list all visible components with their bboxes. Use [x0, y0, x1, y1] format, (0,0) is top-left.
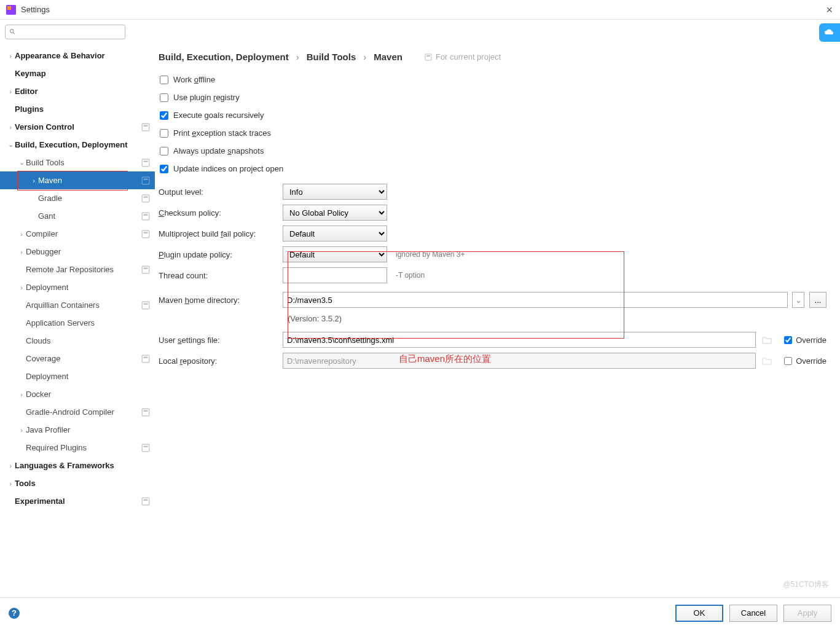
- maven-home-label: Maven home directory:: [159, 296, 283, 305]
- user-settings-override[interactable]: Override: [784, 336, 826, 345]
- local-repo-input[interactable]: [283, 353, 756, 369]
- svg-rect-25: [144, 499, 148, 500]
- svg-rect-15: [144, 267, 148, 269]
- tree-item-tools[interactable]: ›Tools: [0, 474, 155, 492]
- local-repo-override[interactable]: Override: [784, 356, 826, 366]
- tree-item-label: Compiler: [26, 229, 141, 238]
- chevron-icon: ›: [17, 284, 26, 291]
- tree-item-label: Remote Jar Repositories: [26, 265, 141, 274]
- apply-button[interactable]: Apply: [783, 605, 831, 622]
- tree-item-maven[interactable]: ›Maven: [0, 171, 155, 189]
- plugin-update-select[interactable]: Default: [283, 246, 387, 262]
- breadcrumb-item[interactable]: Build, Execution, Deployment: [159, 52, 289, 62]
- tree-item-label: Deployment: [26, 372, 150, 381]
- project-badge-icon: [141, 230, 150, 238]
- settings-tree: ›Appearance & BehaviorKeymap›EditorPlugi…: [0, 44, 155, 597]
- update-indices-check[interactable]: Update indices on project open: [160, 160, 826, 178]
- project-icon: [425, 53, 432, 61]
- watermark: @51CTO博客: [783, 579, 829, 590]
- tree-item-label: Docker: [26, 390, 150, 399]
- chevron-right-icon: ›: [363, 52, 366, 62]
- cancel-button[interactable]: Cancel: [729, 605, 777, 622]
- tree-item-appearance-behavior[interactable]: ›Appearance & Behavior: [0, 47, 155, 65]
- tree-item-application-servers[interactable]: Application Servers: [0, 314, 155, 332]
- project-badge-icon: [141, 444, 150, 452]
- tree-item-java-profiler[interactable]: ›Java Profiler: [0, 421, 155, 439]
- tree-item-keymap[interactable]: Keymap: [0, 65, 155, 82]
- breadcrumb-item[interactable]: Build Tools: [307, 52, 356, 62]
- help-icon[interactable]: ?: [9, 608, 20, 619]
- search-input[interactable]: [18, 28, 121, 36]
- tree-item-languages-frameworks[interactable]: ›Languages & Frameworks: [0, 457, 155, 474]
- dropdown-icon[interactable]: ⌄: [792, 292, 804, 308]
- tree-item-gradle[interactable]: Gradle: [0, 189, 155, 207]
- print-exception-check[interactable]: Print exception stack traces: [160, 124, 826, 142]
- tree-item-label: Plugins: [15, 104, 150, 114]
- project-badge-icon: [141, 123, 150, 131]
- tree-item-build-tools[interactable]: ⌄Build Tools: [0, 154, 155, 171]
- breadcrumb-item[interactable]: Maven: [374, 52, 402, 62]
- svg-rect-14: [142, 266, 149, 273]
- tree-item-arquillian-containers[interactable]: Arquillian Containers: [0, 296, 155, 314]
- tree-item-editor[interactable]: ›Editor: [0, 82, 155, 100]
- thread-count-label: Thread count:: [159, 271, 283, 280]
- annotation-text: 自己maven所在的位置: [399, 353, 491, 365]
- title-bar: Settings ×: [0, 0, 840, 20]
- svg-rect-3: [144, 125, 148, 126]
- tree-item-deployment[interactable]: ›Deployment: [0, 278, 155, 296]
- work-offline-check[interactable]: Work offline: [160, 71, 826, 88]
- tree-item-clouds[interactable]: Clouds: [0, 332, 155, 350]
- svg-rect-12: [142, 230, 149, 238]
- folder-icon[interactable]: [761, 355, 773, 367]
- tree-item-deployment[interactable]: Deployment: [0, 367, 155, 385]
- tree-item-gant[interactable]: Gant: [0, 207, 155, 225]
- tree-item-debugger[interactable]: ›Debugger: [0, 243, 155, 261]
- svg-rect-20: [142, 409, 149, 416]
- svg-rect-16: [142, 302, 149, 309]
- chevron-icon: ›: [17, 391, 26, 398]
- close-icon[interactable]: ×: [826, 4, 833, 17]
- chevron-icon: ›: [6, 124, 15, 131]
- svg-rect-7: [144, 178, 148, 179]
- tree-item-gradle-android-compiler[interactable]: Gradle-Android Compiler: [0, 403, 155, 421]
- tree-item-label: Keymap: [15, 69, 150, 78]
- tree-item-label: Gradle-Android Compiler: [26, 407, 141, 417]
- search-box[interactable]: [5, 25, 125, 39]
- maven-version-label: (Version: 3.5.2): [288, 314, 826, 323]
- user-settings-input[interactable]: [283, 332, 756, 348]
- thread-count-input[interactable]: [283, 267, 387, 283]
- checksum-policy-label: Checksum policy:: [159, 208, 283, 218]
- tree-item-remote-jar-repositories[interactable]: Remote Jar Repositories: [0, 261, 155, 278]
- plugin-update-label: Plugin update policy:: [159, 250, 283, 259]
- output-level-select[interactable]: Info: [283, 184, 387, 200]
- folder-icon[interactable]: [761, 334, 773, 346]
- tree-item-coverage[interactable]: Coverage: [0, 350, 155, 367]
- cloud-badge-icon[interactable]: [819, 23, 840, 42]
- svg-rect-2: [142, 124, 149, 131]
- svg-rect-8: [142, 195, 149, 202]
- project-badge-icon: [141, 212, 150, 221]
- use-plugin-registry-check[interactable]: Use plugin registry: [160, 88, 826, 106]
- tree-item-required-plugins[interactable]: Required Plugins: [0, 439, 155, 457]
- svg-rect-11: [144, 214, 148, 215]
- multiproject-select[interactable]: Default: [283, 226, 387, 241]
- search-row: [0, 20, 840, 44]
- ok-button[interactable]: OK: [675, 605, 723, 622]
- tree-item-build-execution-deployment[interactable]: ⌄Build, Execution, Deployment: [0, 136, 155, 154]
- tree-item-docker[interactable]: ›Docker: [0, 385, 155, 403]
- tree-item-experimental[interactable]: Experimental: [0, 492, 155, 510]
- browse-button[interactable]: ...: [809, 292, 826, 308]
- always-update-check[interactable]: Always update snapshots: [160, 142, 826, 160]
- project-badge-icon: [141, 194, 150, 203]
- chevron-icon: ⌄: [6, 141, 15, 149]
- settings-content: Build, Execution, Deployment › Build Too…: [155, 44, 840, 597]
- tree-item-plugins[interactable]: Plugins: [0, 100, 155, 118]
- window-title: Settings: [21, 5, 50, 14]
- tree-item-version-control[interactable]: ›Version Control: [0, 118, 155, 136]
- tree-item-compiler[interactable]: ›Compiler: [0, 225, 155, 243]
- checksum-policy-select[interactable]: No Global Policy: [283, 205, 387, 221]
- tree-item-label: Required Plugins: [26, 443, 141, 452]
- maven-home-input[interactable]: [283, 292, 788, 308]
- svg-rect-17: [144, 303, 148, 304]
- execute-goals-check[interactable]: Execute goals recursively: [160, 106, 826, 124]
